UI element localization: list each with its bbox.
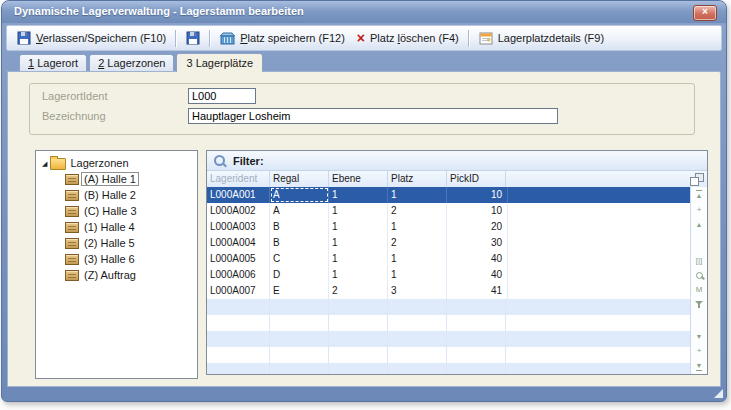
screen: Dynamische Lagerverwaltung - Lagerstamm … bbox=[0, 0, 731, 410]
tree-item-label: (A) Halle 1 bbox=[81, 172, 139, 186]
tree-item-label: (2) Halle 5 bbox=[84, 237, 135, 249]
column-header-platz[interactable]: Platz bbox=[388, 171, 447, 188]
toolbar-separator bbox=[175, 30, 177, 47]
page-up-icon[interactable]: + bbox=[697, 206, 702, 214]
column-customize-icon[interactable] bbox=[690, 173, 704, 186]
crate-icon bbox=[65, 174, 79, 185]
tree-expander-icon[interactable]: ◢ bbox=[42, 160, 47, 167]
lagerort-groupbox: LagerortIdent Bezeichnung bbox=[29, 83, 695, 135]
next-row-icon[interactable]: ▼ bbox=[696, 333, 703, 340]
resize-grip[interactable] bbox=[714, 389, 723, 398]
storage-bin-icon bbox=[220, 32, 235, 45]
empty-row bbox=[207, 363, 691, 375]
empty-row bbox=[207, 347, 691, 363]
tree-item-label: (3) Halle 6 bbox=[84, 253, 135, 265]
crate-icon bbox=[65, 238, 79, 249]
slot-details-button[interactable]: Lagerplatzdetails (F9) bbox=[473, 30, 610, 47]
page-down-icon[interactable]: + bbox=[697, 347, 702, 355]
column-header-pickid[interactable]: PickID bbox=[447, 171, 506, 188]
tab-lagerplaetze[interactable]: 3 Lagerplätze bbox=[176, 53, 263, 72]
table-row[interactable]: L000A001 A 1 1 10 bbox=[207, 187, 691, 203]
save-slot-button[interactable]: Platz speichern (F12) bbox=[214, 30, 351, 47]
folder-icon bbox=[50, 158, 66, 170]
bookmark-icon[interactable]: M bbox=[696, 286, 703, 294]
tree-item[interactable]: (A) Halle 1 bbox=[36, 171, 197, 187]
tree-item-label: (B) Halle 2 bbox=[84, 189, 136, 201]
crate-icon bbox=[65, 270, 79, 281]
tree-item[interactable]: (3) Halle 6 bbox=[36, 251, 197, 267]
lagerplaetze-grid: Filter: Lagerident Regal Ebene Platz Pic… bbox=[206, 150, 708, 375]
crate-icon bbox=[65, 222, 79, 233]
grid-filter-bar[interactable]: Filter: bbox=[207, 151, 707, 171]
table-row[interactable]: L000A006 D 1 1 40 bbox=[207, 267, 691, 283]
delete-slot-button[interactable]: × Platz löschen (F4) bbox=[351, 30, 465, 46]
tree-item[interactable]: (B) Halle 2 bbox=[36, 187, 197, 203]
focused-cell[interactable]: A bbox=[270, 187, 329, 203]
table-row[interactable]: L000A007 E 2 3 41 bbox=[207, 283, 691, 299]
first-row-icon[interactable]: ▲ bbox=[696, 190, 703, 199]
save-button[interactable] bbox=[180, 29, 206, 47]
delete-x-icon: × bbox=[357, 32, 365, 44]
filter-funnel-icon[interactable] bbox=[695, 301, 703, 305]
column-header-regal[interactable]: Regal bbox=[270, 171, 329, 188]
edit-mode-icon[interactable]: [|] bbox=[696, 257, 703, 265]
main-toolbar: Verlassen/Speichern (F10) Platz speicher… bbox=[6, 25, 722, 51]
empty-row bbox=[207, 331, 691, 347]
details-form-icon bbox=[479, 32, 493, 45]
tree-item[interactable]: (1) Halle 4 bbox=[36, 219, 197, 235]
grid-navigator: ▲ + ▲ [|] M ▼ + ▼ bbox=[690, 187, 707, 374]
table-row[interactable]: L000A002 A 1 2 10 bbox=[207, 203, 691, 219]
close-icon: × bbox=[702, 6, 708, 17]
tree-root-label: Lagerzonen bbox=[70, 157, 128, 169]
save-exit-button[interactable]: Verlassen/Speichern (F10) bbox=[11, 29, 172, 47]
crate-icon bbox=[65, 206, 79, 217]
empty-row bbox=[207, 315, 691, 331]
table-row[interactable]: L000A003 B 1 1 20 bbox=[207, 219, 691, 235]
column-header-ebene[interactable]: Ebene bbox=[329, 171, 388, 188]
table-row[interactable]: L000A005 C 1 1 40 bbox=[207, 251, 691, 267]
filter-label: Filter: bbox=[233, 155, 264, 167]
lagerzonen-tree: ◢ Lagerzonen (A) Halle 1 (B) Halle 2 (C)… bbox=[35, 150, 198, 379]
window-title: Dynamische Lagerverwaltung - Lagerstamm … bbox=[14, 5, 304, 17]
tab-page-lagerplaetze: LagerortIdent Bezeichnung ◢ Lagerzonen (… bbox=[7, 71, 721, 387]
grid-body: L000A001 A 1 1 10 L000A002 A 1 2 10 bbox=[207, 187, 691, 374]
search-icon bbox=[214, 155, 225, 166]
tree-item-label: (Z) Auftrag bbox=[84, 269, 136, 281]
toolbar-separator bbox=[209, 30, 211, 47]
bezeichnung-input[interactable] bbox=[188, 108, 558, 124]
floppy-disk-icon bbox=[186, 31, 200, 45]
prev-row-icon[interactable]: ▲ bbox=[696, 221, 703, 228]
titlebar: Dynamische Lagerverwaltung - Lagerstamm … bbox=[2, 1, 726, 23]
crate-icon bbox=[65, 190, 79, 201]
app-window: Dynamische Lagerverwaltung - Lagerstamm … bbox=[1, 0, 727, 402]
table-row[interactable]: L000A004 B 1 2 30 bbox=[207, 235, 691, 251]
ident-input[interactable] bbox=[188, 88, 256, 104]
tab-lagerzonen[interactable]: 2 Lagerzonen bbox=[89, 54, 174, 71]
tree-item[interactable]: (2) Halle 5 bbox=[36, 235, 197, 251]
header-spacer bbox=[506, 171, 690, 188]
close-button[interactable]: × bbox=[693, 5, 717, 21]
tree-item-label: (1) Halle 4 bbox=[84, 221, 135, 233]
tree-item[interactable]: (C) Halle 3 bbox=[36, 203, 197, 219]
empty-row bbox=[207, 299, 691, 315]
tab-strip: 1 Lagerort 2 Lagerzonen 3 Lagerplätze bbox=[6, 49, 722, 71]
crate-icon bbox=[65, 254, 79, 265]
floppy-disk-icon bbox=[17, 31, 31, 45]
bezeichnung-label: Bezeichnung bbox=[42, 110, 106, 122]
toolbar-separator bbox=[468, 30, 470, 47]
last-row-icon[interactable]: ▼ bbox=[696, 362, 703, 371]
column-header-lagerident[interactable]: Lagerident bbox=[207, 171, 270, 188]
search-icon[interactable] bbox=[696, 272, 703, 279]
tree-item-label: (C) Halle 3 bbox=[84, 205, 137, 217]
tree-root[interactable]: ◢ Lagerzonen bbox=[36, 155, 197, 171]
tree-item[interactable]: (Z) Auftrag bbox=[36, 267, 197, 283]
tab-lagerort[interactable]: 1 Lagerort bbox=[19, 54, 87, 71]
ident-label: LagerortIdent bbox=[42, 90, 107, 102]
